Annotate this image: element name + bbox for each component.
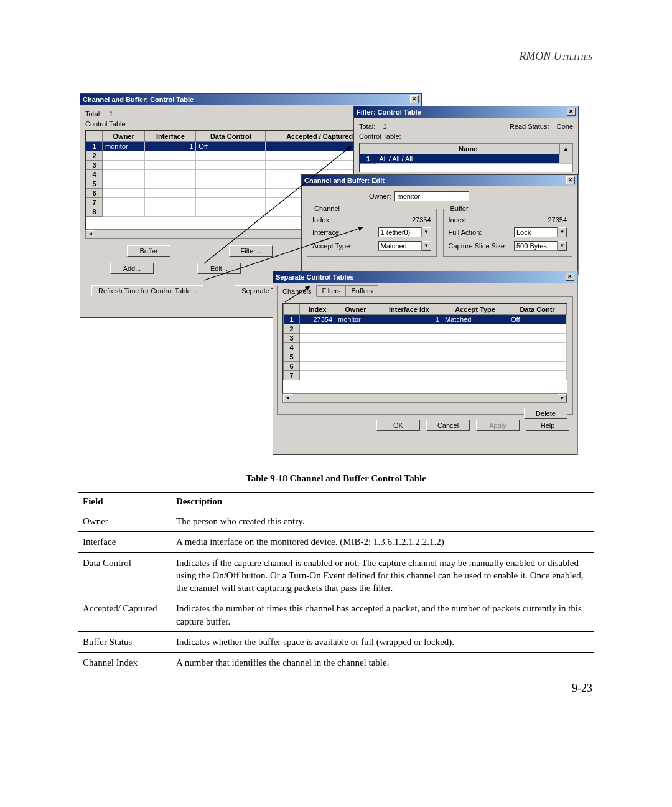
figure-caption: Table 9-18 Channel and Buffer Control Ta… [0, 473, 672, 484]
w2-controltable-label: Control Table: [359, 133, 573, 140]
bf-slice-label: Capture Slice Size: [449, 242, 507, 250]
w2-total-value: 1 [383, 123, 387, 130]
bf-full-label: Full Action: [449, 229, 482, 236]
cell-interface: 1 [145, 142, 196, 151]
desc-row: Data ControlIndicates if the capture cha… [78, 552, 594, 598]
cell-name: All / All / All [376, 154, 559, 164]
w4-table[interactable]: Index Owner Interface Idx Accept Type Da… [283, 304, 567, 380]
filter-button[interactable]: Filter... [229, 245, 273, 257]
w2-readstatus-value: Done [557, 123, 573, 130]
bf-index-label: Index: [449, 216, 467, 224]
add-button[interactable]: Add... [110, 263, 154, 274]
apply-button[interactable]: Apply [476, 420, 520, 431]
w4-h-dc: Data Contr [508, 304, 567, 315]
help-button[interactable]: Help [526, 420, 569, 431]
w4-h-ifidx: Interface Idx [376, 304, 442, 315]
w3-owner-label: Owner: [369, 192, 391, 200]
scroll-right-icon[interactable]: ► [558, 394, 567, 402]
cell-datacontrol: Off [196, 142, 266, 151]
w4-h-index: Index [300, 304, 335, 315]
channel-buffer-edit-window: Channel and Buffer: Edit ✕ Owner: Channe… [301, 174, 578, 274]
chevron-down-icon[interactable]: ▼ [422, 227, 431, 237]
chevron-down-icon[interactable]: ▼ [558, 241, 567, 251]
ch-index-value: 27354 [412, 216, 431, 224]
table-row: 7 [284, 371, 567, 380]
interface-input[interactable] [378, 227, 422, 237]
chevron-down-icon[interactable]: ▼ [558, 227, 567, 237]
table-row[interactable]: 1 All / All / All [360, 154, 572, 164]
edit-button[interactable]: Edit... [197, 263, 241, 274]
w1-title: Channel and Buffer: Control Table [83, 96, 194, 103]
separate-control-tables-window: Separate Control Tables ✕ Channels Filte… [273, 271, 577, 455]
bf-index-value: 27354 [548, 216, 567, 224]
w4-title: Separate Control Tables [276, 273, 354, 281]
cell-index: 27354 [300, 315, 335, 324]
w4-titlebar: Separate Control Tables ✕ [273, 271, 577, 283]
accepttype-combo[interactable]: ▼ [378, 241, 431, 251]
refresh-time-button[interactable]: Refresh Time for Control Table... [91, 285, 203, 296]
w3-titlebar: Channel and Buffer: Edit ✕ [302, 175, 577, 186]
w1-h-datacontrol: Data Control [196, 131, 266, 142]
w1-titlebar: Channel and Buffer: Control Table ✕ [80, 94, 421, 105]
page-header: RMON Utilities [519, 50, 592, 63]
w1-total-value: 1 [110, 110, 113, 118]
w4-hscrollbar[interactable]: ◄ ► [282, 394, 567, 403]
cell-owner: monitor [103, 142, 145, 151]
buffer-button[interactable]: Buffer [127, 245, 170, 257]
interface-combo[interactable]: ▼ [378, 227, 431, 237]
fullaction-input[interactable] [514, 227, 558, 237]
channel-fieldset-legend: Channel [312, 205, 342, 212]
owner-input[interactable] [394, 191, 469, 201]
desc-row: InterfaceA media interface on the monito… [78, 532, 594, 552]
table-row: 5 [284, 352, 567, 362]
w1-h-owner: Owner [103, 131, 145, 142]
w3-title: Channel and Buffer: Edit [304, 177, 385, 184]
w2-table[interactable]: Name ▲ 1 All / All / All [360, 143, 572, 164]
desc-row: Channel IndexA number that identifies th… [78, 653, 594, 673]
scroll-left-icon[interactable]: ◄ [283, 394, 292, 402]
tab-buffers[interactable]: Buffers [345, 285, 378, 296]
cell-accept: Matched [442, 315, 508, 324]
filter-control-window: Filter: Control Table ✕ Total: 1 Read St… [353, 106, 579, 181]
w2-titlebar: Filter: Control Table ✕ [354, 106, 578, 118]
table-row: 6 [284, 362, 567, 371]
slicesize-input[interactable] [514, 241, 558, 251]
w1-total-label: Total: [85, 110, 101, 118]
close-icon[interactable]: ✕ [566, 176, 575, 184]
fullaction-combo[interactable]: ▼ [514, 227, 567, 237]
table-row: 2 [284, 324, 567, 334]
ch-index-label: Index: [312, 216, 331, 224]
w2-total-label: Total: [359, 123, 375, 130]
cell-dc: Off [508, 315, 567, 324]
ch-interface-label: Interface: [312, 229, 341, 236]
close-icon[interactable]: ✕ [410, 95, 419, 103]
close-icon[interactable]: ✕ [567, 108, 576, 116]
ch-accept-label: Accept Type: [312, 242, 352, 250]
table-row: 3 [284, 334, 567, 343]
desc-row: OwnerThe person who created this entry. [78, 511, 594, 532]
page-number: 9-23 [572, 682, 592, 695]
cell-owner: monitor [335, 315, 376, 324]
w4-h-owner: Owner [335, 304, 376, 315]
table-row[interactable]: 1 27354 monitor 1 Matched Off [284, 315, 567, 324]
cancel-button[interactable]: Cancel [426, 420, 470, 431]
desc-h-desc: Description [171, 493, 594, 511]
desc-row: Buffer StatusIndicates whether the buffe… [78, 631, 594, 652]
desc-h-field: Field [78, 493, 171, 511]
scroll-up-icon[interactable]: ▲ [559, 144, 572, 154]
close-icon[interactable]: ✕ [566, 273, 574, 281]
w2-h-name: Name [376, 144, 559, 154]
buffer-fieldset-legend: Buffer [449, 205, 470, 212]
accepttype-input[interactable] [378, 241, 422, 251]
delete-button[interactable]: Delete [524, 408, 567, 419]
desc-row: Accepted/ CapturedIndicates the number o… [78, 598, 594, 632]
w4-h-accept: Accept Type [442, 304, 508, 315]
table-row: 4 [284, 343, 567, 352]
chevron-down-icon[interactable]: ▼ [422, 241, 431, 251]
tab-filters[interactable]: Filters [316, 285, 346, 296]
ok-button[interactable]: OK [376, 420, 420, 431]
scroll-left-icon[interactable]: ◄ [86, 230, 95, 238]
w2-title: Filter: Control Table [357, 108, 421, 116]
tab-channels[interactable]: Channels [277, 286, 317, 297]
slicesize-combo[interactable]: ▼ [514, 241, 567, 251]
